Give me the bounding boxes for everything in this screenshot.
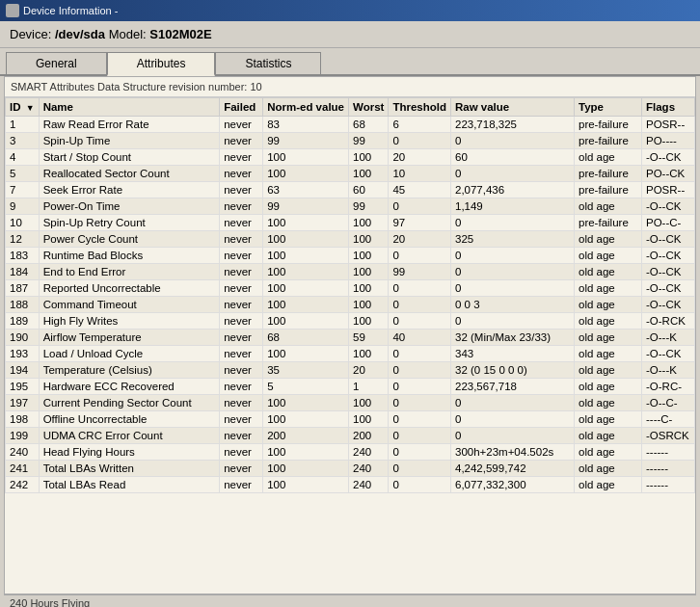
cell-type: old age [575,280,642,297]
cell-failed: never [220,280,263,297]
cell-normed: 100 [263,166,349,182]
cell-raw: 223,718,325 [450,117,574,133]
cell-id: 4 [6,149,40,166]
cell-name: Raw Read Error Rate [39,117,220,133]
cell-id: 199 [6,428,40,444]
revision-info: SMART Attributes Data Structure revision… [5,77,695,97]
cell-threshold: 6 [389,117,451,133]
cell-raw: 0 [450,411,574,428]
cell-worst: 240 [349,477,389,493]
table-row: 242 Total LBAs Read never 100 240 0 6,07… [6,477,695,493]
cell-failed: never [220,264,263,280]
cell-threshold: 0 [389,198,451,215]
cell-type: old age [575,264,642,280]
cell-name: Start / Stop Count [39,149,220,166]
table-row: 184 End to End Error never 100 100 99 0 … [6,264,695,280]
cell-flags: -O--CK [642,149,695,166]
cell-type: old age [575,330,642,346]
table-row: 1 Raw Read Error Rate never 83 68 6 223,… [6,117,695,133]
drive-icon [6,4,19,17]
cell-type: old age [575,411,642,428]
cell-worst: 100 [349,149,389,166]
tab-attributes[interactable]: Attributes [107,52,216,76]
table-row: 198 Offline Uncorrectable never 100 100 … [6,411,695,428]
cell-normed: 200 [263,428,349,444]
cell-raw: 4,242,599,742 [450,461,574,477]
cell-raw: 0 [450,428,574,444]
device-label: Device: [10,27,51,41]
cell-failed: never [220,330,263,346]
cell-name: Command Timeout [39,297,220,313]
cell-flags: -O--C- [642,395,695,411]
cell-flags: -O--CK [642,346,695,362]
cell-worst: 240 [349,461,389,477]
cell-normed: 99 [263,198,349,215]
cell-id: 197 [6,395,40,411]
cell-normed: 100 [263,461,349,477]
cell-flags: -O-RCK [642,313,695,330]
cell-threshold: 0 [389,346,451,362]
cell-raw: 325 [450,231,574,248]
cell-id: 3 [6,133,40,149]
cell-id: 5 [6,166,40,182]
cell-raw: 0 [450,313,574,330]
cell-flags: POSR-- [642,117,695,133]
cell-raw: 32 (0 15 0 0 0) [450,362,574,379]
title-bar-text: Device Information - [23,5,118,16]
cell-type: pre-failure [575,117,642,133]
col-header-worst: Worst [349,98,389,117]
cell-threshold: 0 [389,395,451,411]
cell-flags: ----C- [642,411,695,428]
col-header-raw: Raw value [450,98,574,117]
table-row: 241 Total LBAs Written never 100 240 0 4… [6,461,695,477]
cell-threshold: 0 [389,444,451,461]
cell-flags: -O--CK [642,248,695,264]
cell-normed: 100 [263,280,349,297]
table-row: 195 Hardware ECC Recovered never 5 1 0 2… [6,379,695,395]
table-row: 197 Current Pending Sector Count never 1… [6,395,695,411]
cell-type: old age [575,248,642,264]
cell-failed: never [220,297,263,313]
cell-worst: 99 [349,133,389,149]
cell-name: Spin-Up Time [39,133,220,149]
cell-flags: -O-RC- [642,379,695,395]
cell-failed: never [220,182,263,198]
cell-worst: 100 [349,248,389,264]
cell-name: Reported Uncorrectable [39,280,220,297]
cell-normed: 100 [263,313,349,330]
title-bar-left: Device Information - [6,4,118,17]
cell-normed: 100 [263,395,349,411]
cell-id: 189 [6,313,40,330]
cell-threshold: 0 [389,280,451,297]
cell-type: old age [575,231,642,248]
cell-normed: 100 [263,411,349,428]
cell-id: 9 [6,198,40,215]
cell-raw: 1,149 [450,198,574,215]
cell-normed: 5 [263,379,349,395]
bottom-bar-text: 240 Hours Flying [10,597,90,607]
col-header-id[interactable]: ID ▼ [6,98,40,117]
cell-flags: -O--CK [642,297,695,313]
cell-failed: never [220,362,263,379]
cell-name: Reallocated Sector Count [39,166,220,182]
cell-normed: 100 [263,346,349,362]
tab-general[interactable]: General [6,52,107,74]
cell-raw: 0 [450,248,574,264]
cell-normed: 99 [263,133,349,149]
cell-failed: never [220,428,263,444]
cell-flags: -O---K [642,362,695,379]
cell-name: Runtime Bad Blocks [39,248,220,264]
cell-id: 190 [6,330,40,346]
cell-type: old age [575,198,642,215]
cell-failed: never [220,313,263,330]
cell-type: old age [575,149,642,166]
table-row: 5 Reallocated Sector Count never 100 100… [6,166,695,182]
bottom-bar: 240 Hours Flying [4,594,696,607]
cell-worst: 100 [349,313,389,330]
cell-name: Airflow Temperature [39,330,220,346]
table-header-row: ID ▼ Name Failed Norm-ed value Worst Thr… [6,98,695,117]
cell-type: pre-failure [575,215,642,231]
table-row: 9 Power-On Time never 99 99 0 1,149 old … [6,198,695,215]
cell-worst: 99 [349,198,389,215]
tab-statistics[interactable]: Statistics [215,52,321,74]
